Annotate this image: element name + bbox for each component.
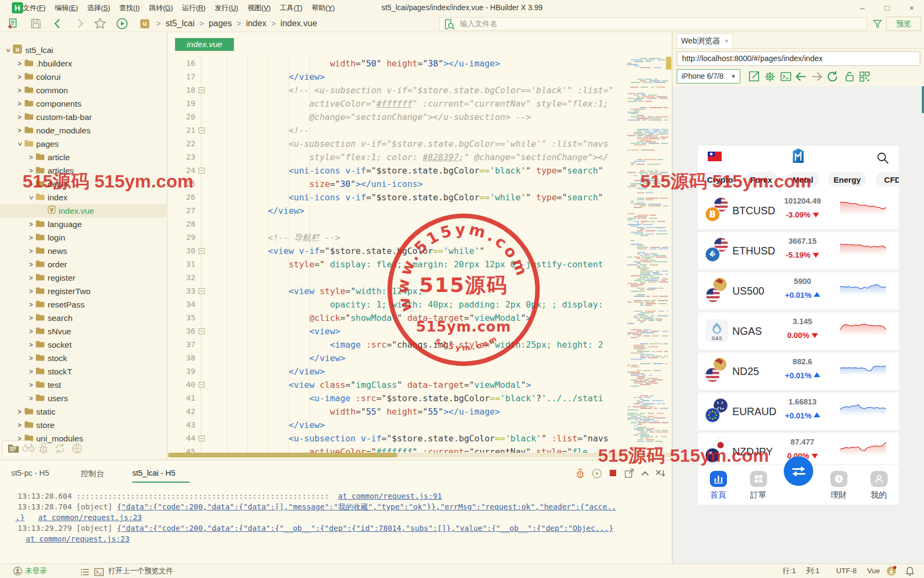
console-log-line[interactable]: .} at common/request.js:23 [16,513,142,522]
tree-item-pages[interactable]: >pages [0,137,168,151]
breadcrumb-pages[interactable]: pages [209,19,232,28]
tree-item-registerTwo[interactable]: >registerTwo [0,284,168,298]
editor-tab-index-vue[interactable]: index.vue [175,38,234,51]
forward-icon[interactable] [73,17,86,30]
chevron-right-icon[interactable]: > [28,329,34,334]
chevron-right-icon[interactable]: > [17,409,22,415]
fold-icon[interactable]: − [199,168,205,174]
console-collapse-icon[interactable] [640,468,650,481]
tree-item-.hbuilderx[interactable]: >.hbuilderx [0,57,168,70]
fold-icon[interactable]: − [199,328,205,334]
nav-forward-icon[interactable] [811,70,823,83]
console-log-line[interactable]: at common/request.js:23 [26,535,130,543]
category-tab-CFD[interactable]: CFD [876,172,899,187]
console-tab-st5_lcai - H5[interactable]: st5_lcai - H5 [132,469,176,477]
chevron-right-icon[interactable]: > [17,101,22,107]
back-icon[interactable] [51,17,64,30]
save-icon[interactable] [29,17,42,30]
open-previous-preview[interactable]: 打开上一个预览文件 [108,564,173,578]
tabbar-item-訂單[interactable]: 訂單 [741,471,776,500]
chevron-right-icon[interactable]: > [17,74,22,80]
console-log-line[interactable]: 13:13:29.279 [object] {"data":{"code":20… [18,524,614,532]
tree-item-news[interactable]: >news [0,244,168,258]
terminal-icon[interactable] [94,567,104,578]
tree-item-common[interactable]: >common [0,84,168,97]
tree-item-st5_lcai[interactable]: >ust5_lcai [0,43,168,57]
menu-选择S[interactable]: 选择(S) [82,0,115,16]
tree-item-custom-tab-bar[interactable]: >custom-tab-bar [0,110,168,124]
user-icon[interactable] [13,566,22,578]
console-debug-icon[interactable] [575,468,586,481]
chevron-right-icon[interactable]: > [28,275,34,281]
minimize-button[interactable]: – [850,0,875,16]
instrument-row-BTCUSD[interactable]: ɃBTCUSD101204.49-3.09% [698,191,899,231]
terminal-window-icon[interactable] [779,70,792,83]
fold-icon[interactable]: − [199,248,205,254]
settings-gear-icon[interactable] [763,70,776,83]
chevron-right-icon[interactable]: > [28,155,34,160]
fold-icon[interactable]: − [199,382,205,388]
breadcrumb[interactable]: u>st5_lcai>pages>index>index.vue [140,16,317,32]
console-stop-icon[interactable] [608,468,618,480]
trade-fab-button[interactable] [784,456,813,486]
find-in-files-icon[interactable] [21,442,35,455]
chevron-right-icon[interactable]: > [28,262,34,267]
sync-icon[interactable] [54,442,66,456]
chevron-right-icon[interactable]: > [28,235,34,241]
open-external-icon[interactable] [747,70,760,83]
outline-icon[interactable] [80,567,90,578]
device-select[interactable]: iPhone 6/7/8▼ [677,69,740,84]
debug-icon[interactable] [37,442,49,456]
menu-帮助Y[interactable]: 帮助(Y) [307,0,339,16]
menu-发行U[interactable]: 发行(U) [210,0,243,16]
tree-item-search[interactable]: >search [0,311,168,325]
chevron-right-icon[interactable]: > [28,369,34,374]
tree-item-test[interactable]: >test [0,378,168,392]
tree-item-store[interactable]: >store [0,418,168,432]
chevron-right-icon[interactable]: > [28,342,34,348]
chevron-down-icon[interactable]: > [28,195,34,200]
tree-item-users[interactable]: >users [0,392,168,405]
tree-item-index.vue[interactable]: Vindex.vue [0,204,168,217]
console-log-line[interactable]: 13:13:28.604 :::::::::::::::::::::::::::… [18,492,442,500]
chevron-right-icon[interactable]: > [28,289,34,294]
menu-查找I[interactable]: 查找(I) [115,0,144,16]
fold-icon[interactable]: − [199,127,205,133]
tree-item-stock[interactable]: >stock [0,351,168,365]
category-tab-Energy[interactable]: Energy [828,172,866,187]
console-run-icon[interactable] [592,468,602,481]
encoding[interactable]: UTF-8 [836,564,857,578]
refresh-icon[interactable] [827,70,839,83]
chevron-right-icon[interactable]: > [28,302,34,307]
menu-运行R[interactable]: 运行(R) [177,0,210,16]
webview-tab-close-icon[interactable]: × [724,37,729,45]
nav-back-icon[interactable] [794,70,807,83]
tree-item-sNvue[interactable]: >sNvue [0,325,168,338]
instrument-row-ETHUSD[interactable]: ETHUSD3667.15-5.19% [698,231,899,271]
tree-item-resetPass[interactable]: >resetPass [0,298,168,311]
chevron-down-icon[interactable]: > [17,141,22,147]
breadcrumb-index[interactable]: index [246,19,266,28]
tabbar-item-首頁[interactable]: 首頁 [701,471,736,500]
run-icon[interactable] [116,17,128,30]
tabbar-item-理財[interactable]: 理財 [822,471,856,500]
chevron-right-icon[interactable]: > [17,61,22,66]
chevron-right-icon[interactable]: > [17,128,22,133]
url-input[interactable]: http://localhost:8000/#/pages/index/inde… [677,51,920,66]
viewport-scrollbar[interactable] [922,86,924,113]
chevron-down-icon[interactable]: > [5,48,11,53]
bell-icon[interactable] [905,566,915,578]
menu-文件F[interactable]: 文件(F) [18,0,50,16]
lock-icon[interactable] [843,70,856,83]
file-search-input[interactable]: 输入文件名 [439,17,867,31]
instrument-row-NGAS[interactable]: GASNGAS3.1450.00% [698,311,899,351]
chevron-right-icon[interactable]: > [28,222,34,227]
console-tab-st5-pc - H5[interactable]: st5-pc - H5 [11,469,49,477]
minimap[interactable] [625,56,671,457]
instrument-row-US500[interactable]: US5005900+0.01% [698,271,899,311]
minimap-handle[interactable] [666,57,671,70]
hscrollbar-thumb[interactable] [168,453,397,457]
console-tab-控制台[interactable]: 控制台 [81,469,104,479]
tree-item-stockT[interactable]: >stockT [0,365,168,378]
maximize-button[interactable]: □ [875,0,899,16]
